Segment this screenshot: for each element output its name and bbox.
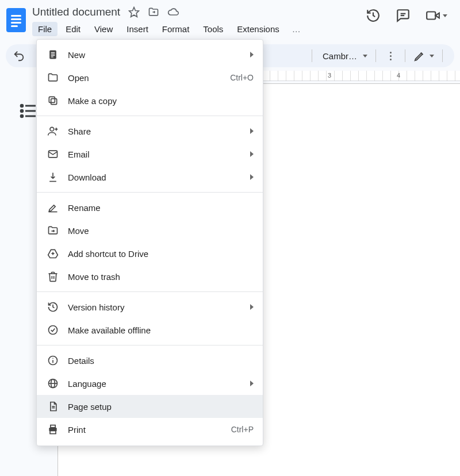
pencil-line-icon bbox=[47, 202, 59, 213]
history-icon bbox=[47, 301, 59, 313]
menu-item-label: Language bbox=[68, 379, 241, 389]
drive-add-icon bbox=[47, 248, 59, 259]
menu-item-label: Make available offline bbox=[68, 325, 254, 335]
svg-point-5 bbox=[21, 105, 23, 107]
menu-divider bbox=[37, 116, 263, 116]
chevron-down-icon bbox=[443, 14, 447, 17]
file-menu-download[interactable]: Download bbox=[37, 166, 263, 189]
document-title[interactable]: Untitled document bbox=[32, 6, 120, 18]
file-menu-share[interactable]: Share bbox=[37, 120, 263, 143]
more-toolbar-button[interactable] bbox=[384, 49, 397, 62]
file-menu-print[interactable]: PrintCtrl+P bbox=[37, 418, 263, 441]
header-right-tools bbox=[366, 3, 454, 23]
menu-item-label: Download bbox=[68, 172, 241, 182]
svg-rect-16 bbox=[51, 99, 57, 105]
submenu-arrow-icon bbox=[250, 128, 254, 134]
menu-item-label: New bbox=[68, 50, 241, 60]
menu-item-shortcut: Ctrl+P bbox=[231, 425, 254, 434]
menu-item-label: Move to trash bbox=[68, 272, 254, 282]
svg-point-9 bbox=[21, 115, 23, 117]
cloud-status-icon[interactable] bbox=[167, 6, 179, 18]
globe-icon bbox=[47, 378, 59, 389]
menu-item-label: Details bbox=[68, 356, 254, 366]
menu-extensions[interactable]: Extensions bbox=[231, 22, 285, 36]
file-menu-open[interactable]: OpenCtrl+O bbox=[37, 66, 263, 89]
file-menu-move[interactable]: Move bbox=[37, 219, 263, 242]
submenu-arrow-icon bbox=[250, 381, 254, 386]
menu-tools[interactable]: Tools bbox=[197, 22, 229, 36]
menu-item-shortcut: Ctrl+O bbox=[230, 73, 254, 82]
menu-divider bbox=[37, 192, 263, 193]
submenu-arrow-icon bbox=[250, 52, 254, 57]
folder-icon bbox=[47, 72, 59, 83]
menu-overflow[interactable]: … bbox=[288, 22, 305, 36]
file-menu-language[interactable]: Language bbox=[37, 372, 263, 395]
history-icon[interactable] bbox=[366, 8, 381, 23]
menu-item-label: Rename bbox=[68, 203, 254, 213]
svg-rect-13 bbox=[51, 53, 55, 54]
svg-rect-3 bbox=[427, 12, 435, 20]
menu-item-label: Page setup bbox=[68, 402, 254, 412]
ruler-number: 4 bbox=[397, 72, 400, 79]
svg-rect-39 bbox=[51, 425, 55, 428]
menu-view[interactable]: View bbox=[89, 22, 118, 36]
menu-item-label: Version history bbox=[68, 302, 241, 312]
svg-rect-17 bbox=[49, 97, 55, 102]
printer-icon bbox=[47, 424, 59, 435]
file-menu-trash[interactable]: Move to trash bbox=[37, 265, 263, 288]
star-icon[interactable] bbox=[128, 6, 140, 18]
file-menu-new[interactable]: New bbox=[37, 43, 263, 66]
svg-point-18 bbox=[50, 127, 54, 131]
file-menu-email[interactable]: Email bbox=[37, 143, 263, 166]
offline-icon bbox=[47, 324, 59, 336]
docs-logo[interactable] bbox=[5, 3, 28, 34]
file-menu-page_setup[interactable]: Page setup bbox=[37, 395, 263, 418]
file-menu-offline[interactable]: Make available offline bbox=[37, 318, 263, 341]
move-folder-icon[interactable] bbox=[148, 6, 159, 18]
trash-icon bbox=[47, 271, 59, 282]
menu-item-label: Email bbox=[68, 149, 241, 159]
camera-icon bbox=[425, 8, 440, 23]
file-menu: NewOpenCtrl+OMake a copyShareEmailDownlo… bbox=[36, 39, 263, 446]
comments-icon[interactable] bbox=[396, 8, 411, 23]
undo-button[interactable] bbox=[13, 49, 25, 62]
svg-point-31 bbox=[52, 358, 53, 359]
menu-divider bbox=[37, 291, 263, 292]
file-menu-rename[interactable]: Rename bbox=[37, 196, 263, 219]
toolbar-separator bbox=[442, 49, 443, 62]
menu-edit[interactable]: Edit bbox=[60, 22, 86, 36]
toolbar-separator bbox=[405, 49, 405, 62]
submenu-arrow-icon bbox=[250, 174, 254, 180]
submenu-arrow-icon bbox=[250, 151, 254, 157]
file-menu-make_copy[interactable]: Make a copy bbox=[37, 89, 263, 112]
info-icon bbox=[47, 355, 59, 366]
file-menu-history[interactable]: Version history bbox=[37, 295, 263, 318]
submenu-arrow-icon bbox=[250, 304, 254, 310]
pen-icon bbox=[413, 49, 426, 62]
menu-divider bbox=[37, 345, 263, 346]
svg-rect-11 bbox=[49, 51, 56, 59]
menu-insert[interactable]: Insert bbox=[121, 22, 154, 36]
app-header: Untitled document File Edit View Insert … bbox=[0, 0, 460, 36]
menu-format[interactable]: Format bbox=[156, 22, 195, 36]
folder-arrow-icon bbox=[47, 225, 59, 236]
menu-file[interactable]: File bbox=[32, 22, 57, 36]
page-icon bbox=[47, 401, 59, 412]
copy-icon bbox=[47, 95, 59, 106]
menu-item-label: Open bbox=[68, 73, 221, 83]
meet-button[interactable] bbox=[425, 8, 447, 23]
file-menu-details[interactable]: Details bbox=[37, 349, 263, 372]
svg-rect-12 bbox=[51, 52, 55, 53]
editing-mode-button[interactable] bbox=[413, 49, 434, 62]
ruler-number: 3 bbox=[328, 72, 331, 79]
title-column: Untitled document File Edit View Insert … bbox=[28, 3, 366, 36]
person-add-icon bbox=[47, 125, 59, 137]
font-family-selector[interactable]: Cambr… bbox=[320, 51, 359, 61]
svg-rect-15 bbox=[51, 56, 53, 57]
svg-marker-0 bbox=[129, 7, 139, 17]
svg-point-28 bbox=[49, 326, 57, 335]
file-menu-shortcut[interactable]: Add shortcut to Drive bbox=[37, 242, 263, 265]
svg-rect-38 bbox=[49, 428, 56, 432]
menubar: File Edit View Insert Format Tools Exten… bbox=[28, 18, 366, 36]
svg-rect-14 bbox=[51, 55, 55, 56]
